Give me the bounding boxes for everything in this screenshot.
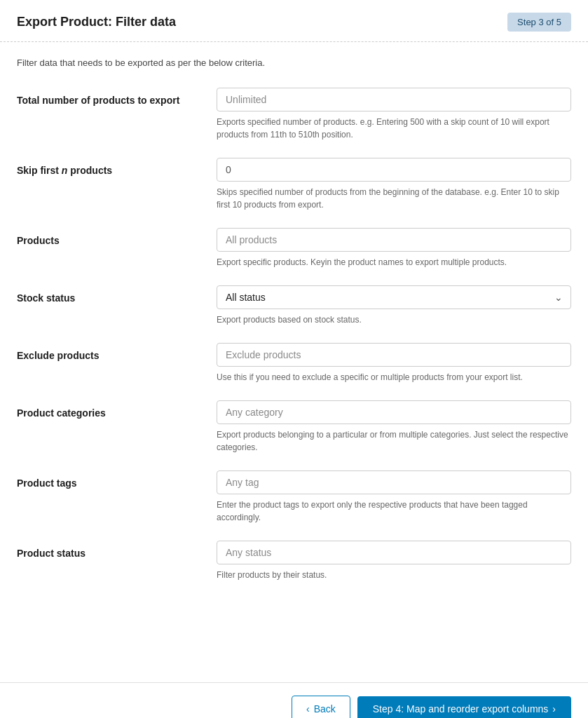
page-wrapper: Export Product: Filter data Step 3 of 5 … <box>0 0 588 718</box>
input-product_categories[interactable] <box>217 400 571 424</box>
next-button[interactable]: Step 4: Map and reorder export columns › <box>357 696 571 718</box>
hint-product_status: Filter products by their status. <box>217 569 571 581</box>
field-product_tags: Enter the product tags to export only th… <box>217 470 571 524</box>
step-badge: Step 3 of 5 <box>507 13 571 32</box>
input-exclude_products[interactable] <box>217 343 571 367</box>
chevron-left-icon: ‹ <box>306 703 310 714</box>
page-title: Export Product: Filter data <box>17 15 176 29</box>
field-products: Export specific products. Keyin the prod… <box>217 228 571 269</box>
label-product_status: Product status <box>17 541 217 559</box>
hint-products: Export specific products. Keyin the prod… <box>217 256 571 269</box>
form-content: Filter data that needs to be exported as… <box>0 42 588 682</box>
back-label: Back <box>314 703 336 714</box>
hint-product_tags: Enter the product tags to export only th… <box>217 499 571 524</box>
label-total_products: Total number of products to export <box>17 88 217 106</box>
form-row-exclude_products: Exclude productsUse this if you need to … <box>17 343 571 384</box>
field-stock_status: All statusIn stockOut of stockOn backord… <box>217 285 571 326</box>
field-skip_products: Skips specified number of products from … <box>217 158 571 211</box>
form-row-stock_status: Stock statusAll statusIn stockOut of sto… <box>17 285 571 326</box>
hint-stock_status: Export products based on stock status. <box>217 313 571 326</box>
back-button[interactable]: ‹ Back <box>292 696 350 718</box>
label-skip_products: Skip first n products <box>17 158 217 176</box>
input-skip_products[interactable] <box>217 158 571 182</box>
form-row-product_status: Product statusFilter products by their s… <box>17 541 571 581</box>
input-products[interactable] <box>217 228 571 252</box>
form-row-product_tags: Product tagsEnter the product tags to ex… <box>17 470 571 524</box>
form-row-product_categories: Product categoriesExport products belong… <box>17 400 571 454</box>
next-label: Step 4: Map and reorder export columns <box>373 703 549 714</box>
intro-text: Filter data that needs to be exported as… <box>17 57 571 68</box>
label-products: Products <box>17 228 217 246</box>
hint-product_categories: Export products belonging to a particula… <box>217 428 571 454</box>
field-total_products: Exports specified number of products. e.… <box>217 88 571 141</box>
form-row-products: ProductsExport specific products. Keyin … <box>17 228 571 269</box>
field-exclude_products: Use this if you need to exclude a specif… <box>217 343 571 384</box>
hint-total_products: Exports specified number of products. e.… <box>217 116 571 141</box>
form-rows: Total number of products to exportExport… <box>17 88 571 581</box>
form-row-skip_products: Skip first n productsSkips specified num… <box>17 158 571 211</box>
input-product_status[interactable] <box>217 541 571 564</box>
page-header: Export Product: Filter data Step 3 of 5 <box>0 0 588 42</box>
field-product_status: Filter products by their status. <box>217 541 571 581</box>
label-stock_status: Stock status <box>17 285 217 304</box>
form-row-total_products: Total number of products to exportExport… <box>17 88 571 141</box>
chevron-right-icon: › <box>552 703 556 714</box>
input-product_tags[interactable] <box>217 470 571 494</box>
hint-exclude_products: Use this if you need to exclude a specif… <box>217 371 571 384</box>
label-product_tags: Product tags <box>17 470 217 489</box>
select-stock_status[interactable]: All statusIn stockOut of stockOn backord… <box>217 285 571 309</box>
hint-skip_products: Skips specified number of products from … <box>217 186 571 211</box>
label-product_categories: Product categories <box>17 400 217 419</box>
input-total_products[interactable] <box>217 88 571 111</box>
label-exclude_products: Exclude products <box>17 343 217 361</box>
select-wrapper-stock_status: All statusIn stockOut of stockOn backord… <box>217 285 571 309</box>
field-product_categories: Export products belonging to a particula… <box>217 400 571 454</box>
footer: ‹ Back Step 4: Map and reorder export co… <box>0 682 588 718</box>
